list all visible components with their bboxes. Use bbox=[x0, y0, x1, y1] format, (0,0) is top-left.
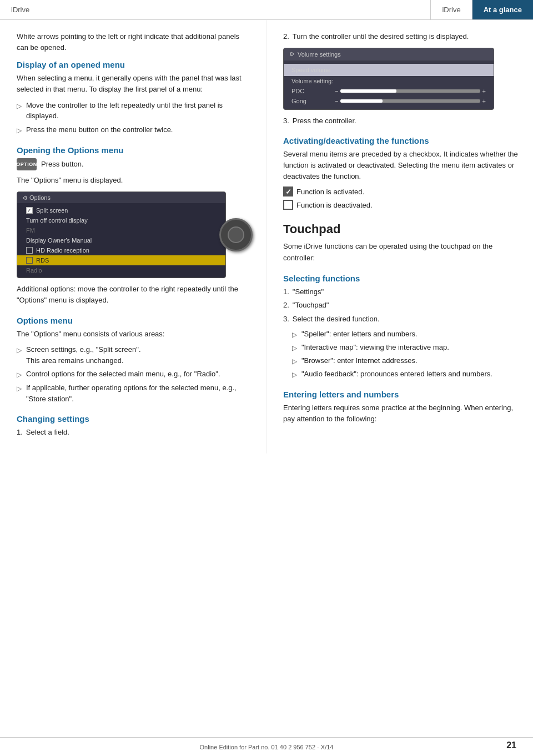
opt-row-radio: Radio bbox=[17, 265, 225, 275]
left-column: White arrows pointing to the left or rig… bbox=[0, 20, 266, 453]
volume-screenshot: ⚙ Volume settings Speed volume Volume se… bbox=[283, 48, 494, 110]
opt-row-text: Split screen bbox=[36, 207, 68, 214]
tab-at-a-glance[interactable]: At a glance bbox=[472, 0, 533, 19]
bullet-arrow-icon: ▷ bbox=[292, 370, 297, 380]
sub-bullet-item: ▷ "Browser": enter Internet addresses. bbox=[292, 355, 520, 366]
bullet-item: ▷ Control options for the selected main … bbox=[17, 369, 253, 380]
vol-plus: + bbox=[482, 98, 486, 104]
opt-title-icon: ⚙ bbox=[23, 195, 28, 201]
bullet-arrow-icon: ▷ bbox=[292, 330, 297, 340]
bullet-item: ▷ Screen settings, e.g., "Split screen".… bbox=[17, 344, 253, 366]
section-activating-body: Several menu items are preceded by a che… bbox=[283, 149, 520, 182]
bullet-text: Screen settings, e.g., "Split screen". bbox=[26, 345, 141, 354]
vol-slider-track bbox=[340, 99, 480, 103]
vol-row-label: Gong bbox=[291, 98, 330, 104]
bullet-item: ▷ If applicable, further operating optio… bbox=[17, 382, 253, 404]
vol-minus: − bbox=[335, 98, 338, 104]
vol-body: Speed volume Volume setting: PDC − + bbox=[284, 61, 494, 109]
vol-title-icon: ⚙ bbox=[289, 51, 294, 57]
opt-row-rds: RDS bbox=[17, 255, 225, 265]
sub-bullet-item: ▷ "Interactive map": viewing the interac… bbox=[292, 342, 520, 353]
header-tabs: iDrive At a glance bbox=[430, 0, 533, 19]
options-displayed-text: The "Options" menu is displayed. bbox=[17, 175, 253, 186]
vol-row-speed: Speed volume bbox=[284, 64, 494, 76]
bullet-text: Press the menu button on the controller … bbox=[26, 124, 173, 135]
options-menu-bullets: ▷ Screen settings, e.g., "Split screen".… bbox=[17, 344, 253, 404]
section-selecting-heading: Selecting functions bbox=[283, 274, 520, 283]
vol-row-setting: Volume setting: bbox=[284, 76, 494, 86]
sub-bullet-text: "Interactive map": viewing the interacti… bbox=[301, 342, 449, 353]
vol-row-label: Speed volume bbox=[291, 67, 330, 73]
opt-row-text: HD Radio reception bbox=[36, 247, 89, 254]
numbered-list-item: 1. "Settings" bbox=[283, 286, 520, 298]
section-display-bullets: ▷ Move the controller to the left repeat… bbox=[17, 100, 253, 135]
step-text: Press the controller. bbox=[293, 115, 356, 127]
func-deactivated-row: Function is deactivated. bbox=[283, 200, 520, 210]
section-optionsmenu-heading: Options menu bbox=[17, 316, 253, 325]
check-icon-splitscreen: ✓ bbox=[26, 207, 33, 214]
numbered-list-item: 3. Press the controller. bbox=[283, 115, 520, 127]
options-screenshot: ⚙ Options ✓ Split screen Turn off contro… bbox=[17, 191, 226, 278]
opt-row-text: Display Owner's Manual bbox=[26, 237, 92, 244]
opt-row-turnoff: Turn off control display bbox=[17, 215, 225, 225]
opt-row-manual: Display Owner's Manual bbox=[17, 235, 225, 245]
numbered-list-item: 2. "Touchpad" bbox=[283, 300, 520, 311]
bullet-content: Screen settings, e.g., "Split screen". T… bbox=[26, 344, 141, 366]
opt-row-text: FM bbox=[26, 227, 35, 234]
vol-row-label: PDC bbox=[291, 88, 330, 94]
vol-minus: − bbox=[335, 88, 338, 94]
page-number: 21 bbox=[506, 740, 516, 750]
func-deactivated-label: Function is deactivated. bbox=[296, 201, 373, 209]
options-screenshot-wrapper: ⚙ Options ✓ Split screen Turn off contro… bbox=[17, 191, 253, 278]
bullet-text: Move the controller to the left repeated… bbox=[26, 100, 253, 122]
section-changing-heading: Changing settings bbox=[17, 414, 253, 424]
vol-title-bar: ⚙ Volume settings bbox=[284, 48, 494, 61]
check-icon-hdradio bbox=[26, 247, 33, 254]
controller-inner bbox=[228, 226, 244, 243]
bullet-arrow-icon: ▷ bbox=[17, 125, 22, 135]
check-deactivated-icon bbox=[283, 200, 293, 210]
bullet-arrow-icon: ▷ bbox=[17, 345, 22, 355]
sub-bullets-functions: ▷ "Speller": enter letters and numbers. … bbox=[292, 329, 520, 380]
bullet-text: Control options for the selected main me… bbox=[26, 369, 220, 380]
opt-row-text: Radio bbox=[26, 267, 42, 274]
footer: Online Edition for Part no. 01 40 2 956 … bbox=[0, 737, 533, 756]
check-icon-rds bbox=[26, 257, 33, 264]
header-brand: iDrive bbox=[0, 6, 430, 14]
section-optionsmenu-body: The "Options" menu consists of various a… bbox=[17, 329, 253, 340]
selecting-steps: 1. "Settings" 2. "Touchpad" 3. Select th… bbox=[283, 286, 520, 325]
num-label: 3. bbox=[283, 314, 289, 325]
bullet-arrow-icon: ▷ bbox=[292, 343, 297, 353]
bullet-item: ▷ Move the controller to the left repeat… bbox=[17, 100, 253, 122]
step-text: "Touchpad" bbox=[293, 300, 329, 311]
intro-text: White arrows pointing to the left or rig… bbox=[17, 31, 253, 53]
vol-slider-track bbox=[340, 89, 480, 93]
sub-bullet-text: "Browser": enter Internet addresses. bbox=[301, 355, 418, 366]
tab-idrive[interactable]: iDrive bbox=[430, 0, 471, 19]
touchpad-body: Some iDrive functions can be operated us… bbox=[283, 241, 520, 263]
brand-label: iDrive bbox=[11, 6, 29, 14]
sub-bullet-text: "Audio feedback": pronounces entered let… bbox=[301, 369, 492, 380]
tab-idrive-label: iDrive bbox=[442, 6, 460, 14]
numbered-list-item: 2. Turn the controller until the desired… bbox=[283, 31, 520, 42]
option-button-image: OPTION bbox=[17, 158, 37, 170]
vol-row-label: Volume setting: bbox=[291, 78, 333, 84]
opt-row-hdradio: HD Radio reception bbox=[17, 245, 225, 255]
opt-title-text: Options bbox=[29, 194, 51, 201]
footer-text: Online Edition for Part no. 01 40 2 956 … bbox=[200, 744, 334, 750]
step-text: "Settings" bbox=[293, 286, 324, 298]
changing-settings-list: 1. Select a field. bbox=[17, 427, 253, 438]
section-activating-heading: Activating/deactivating the functions bbox=[283, 136, 520, 145]
additional-options-text: Additional options: move the controller … bbox=[17, 284, 253, 306]
vol-plus: + bbox=[482, 88, 486, 94]
right-steps-top: 2. Turn the controller until the desired… bbox=[283, 31, 520, 42]
page-content: White arrows pointing to the left or rig… bbox=[0, 20, 533, 453]
vol-title-text: Volume settings bbox=[298, 51, 341, 58]
vol-row-pdc: PDC − + bbox=[284, 86, 494, 96]
opt-row-text: Turn off control display bbox=[26, 217, 88, 224]
tab-at-a-glance-label: At a glance bbox=[484, 6, 522, 14]
step-text: Select a field. bbox=[26, 427, 69, 438]
vol-row-gong: Gong − + bbox=[284, 96, 494, 106]
bullet-text: If applicable, further operating options… bbox=[26, 382, 253, 404]
num-label: 2. bbox=[283, 300, 289, 311]
